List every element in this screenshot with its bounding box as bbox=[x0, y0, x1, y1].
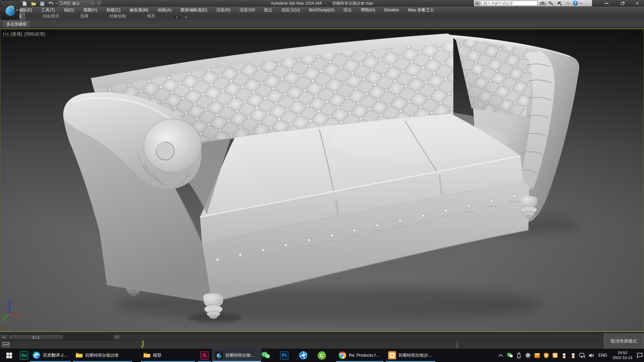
task-label: 切斯特菲尔德沙发.... bbox=[225, 353, 259, 358]
menu-antivirus[interactable]: Max 杀毒卫士 bbox=[408, 7, 434, 13]
polygon-modeling-button[interactable]: 多边形建模 bbox=[3, 21, 30, 27]
folder-icon bbox=[143, 352, 151, 358]
workspace-dropdown-arrow: ▼ bbox=[91, 2, 94, 5]
ribbon-tab-selection[interactable]: 选择 bbox=[77, 12, 92, 20]
tray-qq-icon[interactable] bbox=[561, 352, 567, 358]
subscription-key-icon[interactable] bbox=[548, 1, 554, 6]
viewport-menu-shading[interactable]: [明暗处理] bbox=[24, 32, 45, 37]
task-camtasia[interactable]: C bbox=[315, 349, 329, 362]
time-slider-track[interactable]: 0 / 1 bbox=[8, 335, 113, 340]
tray-language-indicator[interactable]: ENG bbox=[597, 353, 608, 358]
infocenter-collapse-icon[interactable]: ▶ bbox=[475, 1, 480, 6]
minimize-button[interactable] bbox=[599, 0, 614, 7]
open-file-icon[interactable] bbox=[30, 1, 37, 6]
toolbar-overflow-button[interactable]: ▼ bbox=[97, 1, 101, 6]
photo-viewer-icon bbox=[388, 351, 396, 359]
tray-clock[interactable]: 19:52 2022-10-13 bbox=[611, 350, 634, 360]
menu-modifiers[interactable]: 修改器(M) bbox=[129, 7, 148, 13]
menu-help[interactable]: 帮助(H) bbox=[361, 7, 375, 13]
start-button[interactable] bbox=[2, 349, 16, 362]
mini-curve-editor-icon[interactable] bbox=[1, 341, 11, 348]
previous-frame-button[interactable]: < bbox=[0, 335, 8, 340]
menu-ornatrix[interactable]: Ornatrix bbox=[384, 8, 399, 12]
chrome-icon bbox=[338, 351, 346, 359]
search-binoculars-icon[interactable] bbox=[539, 1, 546, 6]
menu-group[interactable]: 组(G) bbox=[64, 7, 74, 13]
save-icon[interactable] bbox=[39, 1, 45, 6]
tray-pinwheel-icon[interactable] bbox=[525, 352, 531, 358]
task-folder-sofa[interactable]: 切斯特菲尔德沙发 bbox=[72, 349, 133, 362]
task-photoshop[interactable]: Ps bbox=[277, 349, 291, 362]
task-3ds-max-active[interactable]: 切斯特菲尔德沙发.... bbox=[212, 349, 262, 362]
tray-chevron-up-icon[interactable] bbox=[498, 352, 504, 358]
menu-maxscript[interactable]: MAXScript(X) bbox=[309, 8, 334, 12]
tray-browser-window-icon[interactable] bbox=[534, 352, 540, 358]
help-icon[interactable]: ? bbox=[573, 1, 578, 6]
tray-time: 19:52 bbox=[618, 351, 627, 355]
task-maruko[interactable]: 丸 bbox=[197, 349, 212, 362]
restore-button[interactable] bbox=[615, 0, 630, 7]
tray-photo-icon[interactable] bbox=[552, 352, 558, 358]
menu-rendering[interactable]: 渲染(R) bbox=[216, 7, 230, 13]
photoshop-icon: Ps bbox=[280, 351, 288, 360]
menu-customize[interactable]: 自定义(U) bbox=[281, 7, 300, 13]
minimize-icon bbox=[605, 3, 608, 4]
task-label: 切斯特菲尔德沙发0... bbox=[398, 353, 433, 358]
tray-network-icon[interactable] bbox=[579, 352, 585, 358]
cancel-expert-mode-button[interactable]: 取消专家模式 bbox=[604, 334, 644, 349]
tray-shield-icon[interactable] bbox=[543, 352, 549, 358]
viewport-menu-plus[interactable]: [+] bbox=[3, 32, 8, 37]
tray-action-center-icon[interactable] bbox=[637, 352, 643, 358]
menu-create[interactable]: 创建(C) bbox=[106, 7, 120, 13]
tray-wechat-icon[interactable] bbox=[507, 352, 513, 358]
svg-text:z: z bbox=[9, 294, 11, 299]
undo-dropdown-arrow[interactable]: ▼ bbox=[55, 2, 57, 5]
3ds-max-logo-button[interactable]: ▼ bbox=[1, 0, 19, 20]
undo-icon[interactable] bbox=[48, 1, 54, 6]
menu-xuanyun[interactable]: 炫云 bbox=[264, 7, 272, 13]
workspace-selector[interactable]: 工作区: 默认 ▼ bbox=[58, 1, 95, 6]
logo-dropdown-arrow: ▼ bbox=[16, 9, 18, 12]
tray-volume-icon[interactable] bbox=[588, 352, 594, 358]
favorites-star-icon[interactable]: ☆ bbox=[565, 1, 571, 6]
help-dropdown-arrow[interactable]: ▼ bbox=[580, 2, 582, 4]
ribbon-tab-object-paint[interactable]: 对象绘制 bbox=[106, 12, 129, 20]
close-button[interactable]: × bbox=[630, 0, 644, 7]
3ds-max-task-icon bbox=[215, 351, 223, 359]
menu-graph-editors[interactable]: 图形编辑器(D) bbox=[180, 7, 207, 13]
menu-xuanyun-render[interactable]: 渲云 bbox=[343, 7, 352, 13]
tray-qq2-icon[interactable] bbox=[570, 352, 576, 358]
menu-render100[interactable]: 渲染100 bbox=[239, 7, 255, 13]
task-baidu-translate[interactable]: 百度翻译-200种语... bbox=[30, 349, 71, 362]
task-audition[interactable]: Au bbox=[17, 349, 31, 362]
ribbon-minimize-dropdown-arrow[interactable]: ▼ bbox=[185, 16, 187, 18]
ribbon-tab-populate[interactable]: 填充 bbox=[144, 12, 159, 20]
restore-icon bbox=[621, 2, 624, 5]
viewport-menu-view[interactable]: [透视] bbox=[10, 32, 22, 37]
folder-icon bbox=[75, 352, 83, 358]
task-wechat[interactable] bbox=[258, 349, 273, 362]
aperture-icon bbox=[299, 351, 308, 360]
infocenter-search-input[interactable] bbox=[481, 1, 538, 6]
ribbon-minimize-icon[interactable]: ▼ bbox=[173, 15, 181, 19]
maruko-icon: 丸 bbox=[200, 351, 209, 360]
menu-views[interactable]: 视图(V) bbox=[83, 7, 97, 13]
track-bar[interactable]: 0 1 bbox=[13, 341, 604, 349]
task-aperture-app[interactable] bbox=[296, 349, 311, 362]
task-label: 百度翻译-200种语... bbox=[43, 353, 68, 358]
menu-tools[interactable]: 工具(T) bbox=[41, 7, 55, 13]
tray-usb-device-icon[interactable] bbox=[516, 352, 522, 358]
perspective-viewport[interactable]: [+] [透视] [明暗处理] bbox=[0, 28, 644, 332]
task-folder-model[interactable]: 模型 bbox=[140, 349, 196, 362]
communication-center-icon[interactable] bbox=[556, 1, 563, 6]
ribbon-tab-freeform[interactable]: 自由形式 bbox=[39, 12, 63, 20]
windows-taskbar: Au 百度翻译-200种语... 切斯特菲尔德沙发 模型 丸 bbox=[0, 349, 644, 362]
camtasia-icon: C bbox=[318, 351, 326, 360]
menu-animation[interactable]: 动画(A) bbox=[157, 7, 171, 13]
task-chrome[interactable]: Re: Products for ... bbox=[335, 349, 384, 362]
new-scene-icon[interactable] bbox=[21, 1, 28, 6]
time-slider-handle[interactable]: 0 / 1 bbox=[9, 335, 63, 339]
next-frame-button[interactable]: > bbox=[113, 335, 121, 340]
task-photo-viewer[interactable]: 切斯特菲尔德沙发0... bbox=[385, 349, 436, 362]
workspace-label: 工作区: 默认 bbox=[59, 1, 80, 6]
